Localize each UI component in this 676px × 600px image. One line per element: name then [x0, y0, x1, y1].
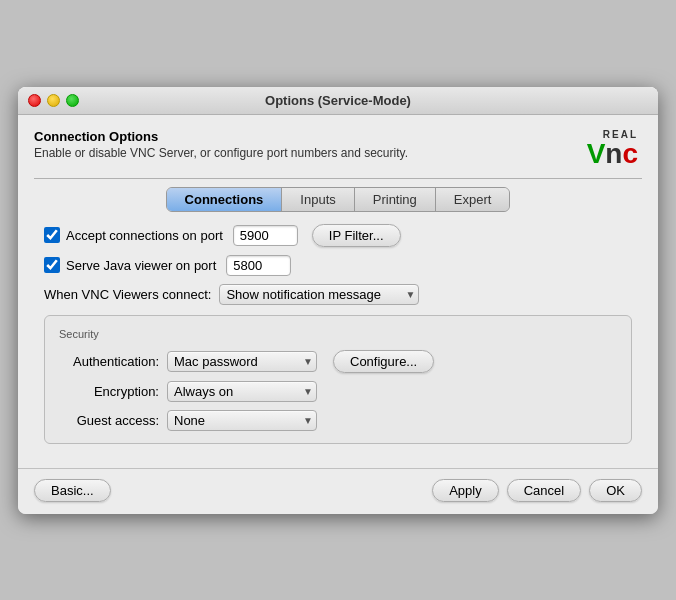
serve-java-label: Serve Java viewer on port [66, 258, 216, 273]
security-legend: Security [59, 328, 617, 340]
configure-button[interactable]: Configure... [333, 350, 434, 373]
header-text: Connection Options Enable or disable VNC… [34, 129, 408, 160]
vnc-connect-select[interactable]: Show notification message Ask to accept … [219, 284, 419, 305]
window-content: Connection Options Enable or disable VNC… [18, 115, 658, 468]
tabs: Connections Inputs Printing Expert [166, 187, 511, 212]
guest-access-label: Guest access: [59, 413, 159, 428]
close-button[interactable] [28, 94, 41, 107]
bottom-right-buttons: Apply Cancel OK [432, 479, 642, 502]
tab-printing[interactable]: Printing [355, 188, 436, 211]
encryption-select-wrapper: Always on Prefer on Prefer off Always of… [167, 381, 317, 402]
tab-connections[interactable]: Connections [167, 188, 283, 211]
cancel-button[interactable]: Cancel [507, 479, 581, 502]
guest-access-select[interactable]: None View only Full access [167, 410, 317, 431]
apply-button[interactable]: Apply [432, 479, 499, 502]
tab-inputs[interactable]: Inputs [282, 188, 354, 211]
maximize-button[interactable] [66, 94, 79, 107]
bottom-bar: Basic... Apply Cancel OK [18, 468, 658, 514]
window-title: Options (Service-Mode) [265, 93, 411, 108]
authentication-select[interactable]: Mac password VNC password None [167, 351, 317, 372]
header-title: Connection Options [34, 129, 408, 144]
security-box: Security Authentication: Mac password VN… [44, 315, 632, 444]
guest-access-row: Guest access: None View only Full access… [59, 410, 617, 431]
traffic-lights [28, 94, 79, 107]
ip-filter-button[interactable]: IP Filter... [312, 224, 401, 247]
title-bar: Options (Service-Mode) [18, 87, 658, 115]
encryption-label: Encryption: [59, 384, 159, 399]
header-row: Connection Options Enable or disable VNC… [34, 129, 642, 168]
authentication-label: Authentication: [59, 354, 159, 369]
realvnc-logo: REAL Vnc [587, 129, 638, 168]
logo-c: c [622, 138, 638, 169]
separator [34, 178, 642, 179]
minimize-button[interactable] [47, 94, 60, 107]
header-description: Enable or disable VNC Server, or configu… [34, 146, 408, 160]
logo-v: V [587, 138, 606, 169]
accept-port-input[interactable] [233, 225, 298, 246]
tabs-container: Connections Inputs Printing Expert [34, 187, 642, 212]
logo-vnc-text: Vnc [587, 140, 638, 168]
serve-port-input[interactable] [226, 255, 291, 276]
form-section: Accept connections on port IP Filter... … [34, 224, 642, 444]
encryption-row: Encryption: Always on Prefer on Prefer o… [59, 381, 617, 402]
basic-button[interactable]: Basic... [34, 479, 111, 502]
serve-java-row: Serve Java viewer on port [44, 255, 632, 276]
encryption-select[interactable]: Always on Prefer on Prefer off Always of… [167, 381, 317, 402]
ok-button[interactable]: OK [589, 479, 642, 502]
logo-n: n [605, 138, 622, 169]
vnc-connect-row: When VNC Viewers connect: Show notificat… [44, 284, 632, 305]
vnc-connect-select-wrapper: Show notification message Ask to accept … [219, 284, 419, 305]
serve-java-checkbox[interactable] [44, 257, 60, 273]
authentication-select-wrapper: Mac password VNC password None ▼ [167, 351, 317, 372]
authentication-row: Authentication: Mac password VNC passwor… [59, 350, 617, 373]
vnc-connect-label: When VNC Viewers connect: [44, 287, 211, 302]
accept-connections-label: Accept connections on port [66, 228, 223, 243]
guest-access-select-wrapper: None View only Full access ▼ [167, 410, 317, 431]
tab-expert[interactable]: Expert [436, 188, 510, 211]
accept-connections-checkbox[interactable] [44, 227, 60, 243]
accept-connections-row: Accept connections on port IP Filter... [44, 224, 632, 247]
main-window: Options (Service-Mode) Connection Option… [18, 87, 658, 514]
